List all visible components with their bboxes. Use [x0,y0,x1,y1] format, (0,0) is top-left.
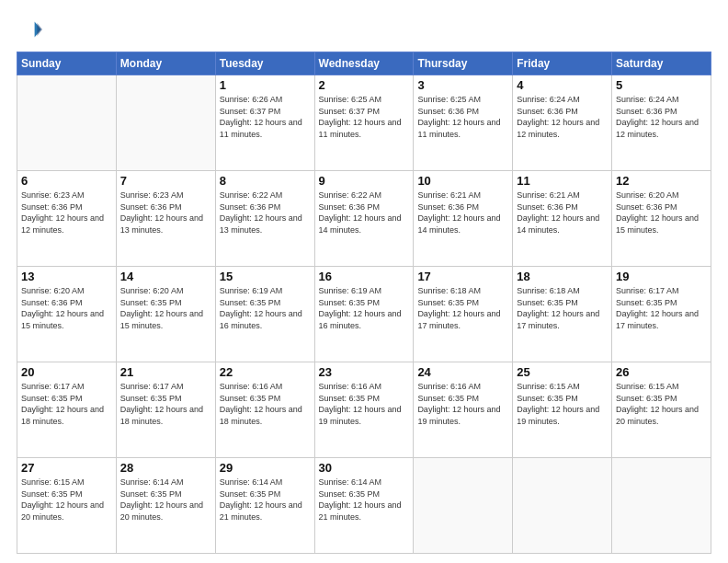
calendar-cell: 11Sunrise: 6:21 AM Sunset: 6:36 PM Dayli… [513,171,612,267]
calendar-cell: 14Sunrise: 6:20 AM Sunset: 6:35 PM Dayli… [116,267,215,362]
day-info: Sunrise: 6:16 AM Sunset: 6:35 PM Dayligh… [319,381,410,427]
day-info: Sunrise: 6:17 AM Sunset: 6:35 PM Dayligh… [616,285,707,331]
calendar-cell: 1Sunrise: 6:26 AM Sunset: 6:37 PM Daylig… [215,75,314,171]
calendar-table: SundayMondayTuesdayWednesdayThursdayFrid… [17,52,711,554]
calendar-cell: 5Sunrise: 6:24 AM Sunset: 6:36 PM Daylig… [612,75,711,171]
calendar-cell: 3Sunrise: 6:25 AM Sunset: 6:36 PM Daylig… [414,75,513,171]
day-number: 13 [21,270,112,283]
day-info: Sunrise: 6:15 AM Sunset: 6:35 PM Dayligh… [517,381,608,427]
calendar-cell: 18Sunrise: 6:18 AM Sunset: 6:35 PM Dayli… [513,267,612,362]
calendar-cell [612,458,711,554]
day-number: 12 [616,174,707,188]
day-number: 16 [319,270,410,283]
day-info: Sunrise: 6:21 AM Sunset: 6:36 PM Dayligh… [417,190,508,236]
day-number: 19 [616,270,707,283]
day-number: 23 [319,365,410,379]
day-number: 28 [120,461,211,475]
week-row-4: 20Sunrise: 6:17 AM Sunset: 6:35 PM Dayli… [17,362,711,458]
day-info: Sunrise: 6:15 AM Sunset: 6:35 PM Dayligh… [616,381,707,427]
week-row-2: 6Sunrise: 6:23 AM Sunset: 6:36 PM Daylig… [17,171,711,267]
day-number: 27 [21,461,112,475]
day-info: Sunrise: 6:17 AM Sunset: 6:35 PM Dayligh… [21,381,112,427]
day-number: 4 [517,78,608,92]
calendar-body: 1Sunrise: 6:26 AM Sunset: 6:37 PM Daylig… [17,75,711,554]
svg-marker-1 [37,23,42,36]
calendar-cell: 9Sunrise: 6:22 AM Sunset: 6:36 PM Daylig… [314,171,414,267]
calendar-cell: 15Sunrise: 6:19 AM Sunset: 6:35 PM Dayli… [215,267,314,362]
day-number: 10 [417,174,508,188]
calendar-cell: 8Sunrise: 6:22 AM Sunset: 6:36 PM Daylig… [215,171,314,267]
day-info: Sunrise: 6:18 AM Sunset: 6:35 PM Dayligh… [417,285,508,331]
calendar-cell: 17Sunrise: 6:18 AM Sunset: 6:35 PM Dayli… [414,267,513,362]
day-number: 30 [319,461,410,475]
calendar-cell: 13Sunrise: 6:20 AM Sunset: 6:36 PM Dayli… [17,267,117,362]
calendar-cell: 28Sunrise: 6:14 AM Sunset: 6:35 PM Dayli… [116,458,215,554]
day-info: Sunrise: 6:25 AM Sunset: 6:36 PM Dayligh… [417,94,508,140]
calendar-cell: 4Sunrise: 6:24 AM Sunset: 6:36 PM Daylig… [513,75,612,171]
day-number: 7 [120,174,211,188]
calendar-cell: 16Sunrise: 6:19 AM Sunset: 6:35 PM Dayli… [314,267,414,362]
week-row-1: 1Sunrise: 6:26 AM Sunset: 6:37 PM Daylig… [17,75,711,171]
day-info: Sunrise: 6:24 AM Sunset: 6:36 PM Dayligh… [517,94,608,140]
day-info: Sunrise: 6:15 AM Sunset: 6:35 PM Dayligh… [21,477,112,523]
day-info: Sunrise: 6:22 AM Sunset: 6:36 PM Dayligh… [319,190,410,236]
day-number: 26 [616,365,707,379]
day-number: 6 [21,174,112,188]
day-number: 15 [220,270,311,283]
day-number: 1 [220,78,311,92]
day-info: Sunrise: 6:20 AM Sunset: 6:35 PM Dayligh… [120,285,211,331]
day-info: Sunrise: 6:14 AM Sunset: 6:35 PM Dayligh… [220,477,311,523]
day-info: Sunrise: 6:19 AM Sunset: 6:35 PM Dayligh… [319,285,410,331]
calendar-cell: 6Sunrise: 6:23 AM Sunset: 6:36 PM Daylig… [17,171,117,267]
day-number: 9 [319,174,410,188]
day-number: 3 [417,78,508,92]
day-header-wednesday: Wednesday [314,52,414,75]
day-number: 20 [21,365,112,379]
day-number: 14 [120,270,211,283]
day-header-thursday: Thursday [414,52,513,75]
calendar-cell: 27Sunrise: 6:15 AM Sunset: 6:35 PM Dayli… [17,458,117,554]
day-info: Sunrise: 6:22 AM Sunset: 6:36 PM Dayligh… [220,190,311,236]
calendar-cell: 26Sunrise: 6:15 AM Sunset: 6:35 PM Dayli… [612,362,711,458]
calendar-cell: 25Sunrise: 6:15 AM Sunset: 6:35 PM Dayli… [513,362,612,458]
day-number: 8 [220,174,311,188]
day-header-sunday: Sunday [17,52,117,75]
day-info: Sunrise: 6:21 AM Sunset: 6:36 PM Dayligh… [517,190,608,236]
header [17,17,711,42]
day-info: Sunrise: 6:26 AM Sunset: 6:37 PM Dayligh… [220,94,311,140]
calendar-cell [17,75,117,171]
day-info: Sunrise: 6:16 AM Sunset: 6:35 PM Dayligh… [417,381,508,427]
logo [17,17,46,42]
calendar-cell: 23Sunrise: 6:16 AM Sunset: 6:35 PM Dayli… [314,362,414,458]
calendar-cell: 21Sunrise: 6:17 AM Sunset: 6:35 PM Dayli… [116,362,215,458]
day-number: 17 [417,270,508,283]
calendar-cell [414,458,513,554]
day-number: 21 [120,365,211,379]
header-row: SundayMondayTuesdayWednesdayThursdayFrid… [17,52,711,75]
day-number: 18 [517,270,608,283]
day-info: Sunrise: 6:25 AM Sunset: 6:37 PM Dayligh… [319,94,410,140]
day-header-monday: Monday [116,52,215,75]
day-info: Sunrise: 6:18 AM Sunset: 6:35 PM Dayligh… [517,285,608,331]
calendar-cell: 12Sunrise: 6:20 AM Sunset: 6:36 PM Dayli… [612,171,711,267]
calendar-cell: 2Sunrise: 6:25 AM Sunset: 6:37 PM Daylig… [314,75,414,171]
calendar-cell: 20Sunrise: 6:17 AM Sunset: 6:35 PM Dayli… [17,362,117,458]
calendar-cell: 24Sunrise: 6:16 AM Sunset: 6:35 PM Dayli… [414,362,513,458]
calendar-cell: 19Sunrise: 6:17 AM Sunset: 6:35 PM Dayli… [612,267,711,362]
calendar-cell: 29Sunrise: 6:14 AM Sunset: 6:35 PM Dayli… [215,458,314,554]
day-info: Sunrise: 6:23 AM Sunset: 6:36 PM Dayligh… [120,190,211,236]
calendar-cell: 10Sunrise: 6:21 AM Sunset: 6:36 PM Dayli… [414,171,513,267]
week-row-3: 13Sunrise: 6:20 AM Sunset: 6:36 PM Dayli… [17,267,711,362]
day-info: Sunrise: 6:20 AM Sunset: 6:36 PM Dayligh… [21,285,112,331]
week-row-5: 27Sunrise: 6:15 AM Sunset: 6:35 PM Dayli… [17,458,711,554]
day-info: Sunrise: 6:19 AM Sunset: 6:35 PM Dayligh… [220,285,311,331]
day-info: Sunrise: 6:20 AM Sunset: 6:36 PM Dayligh… [616,190,707,236]
day-header-saturday: Saturday [612,52,711,75]
calendar-cell [116,75,215,171]
day-header-tuesday: Tuesday [215,52,314,75]
day-number: 5 [616,78,707,92]
day-number: 22 [220,365,311,379]
day-info: Sunrise: 6:14 AM Sunset: 6:35 PM Dayligh… [319,477,410,523]
calendar-cell: 22Sunrise: 6:16 AM Sunset: 6:35 PM Dayli… [215,362,314,458]
calendar-cell [513,458,612,554]
